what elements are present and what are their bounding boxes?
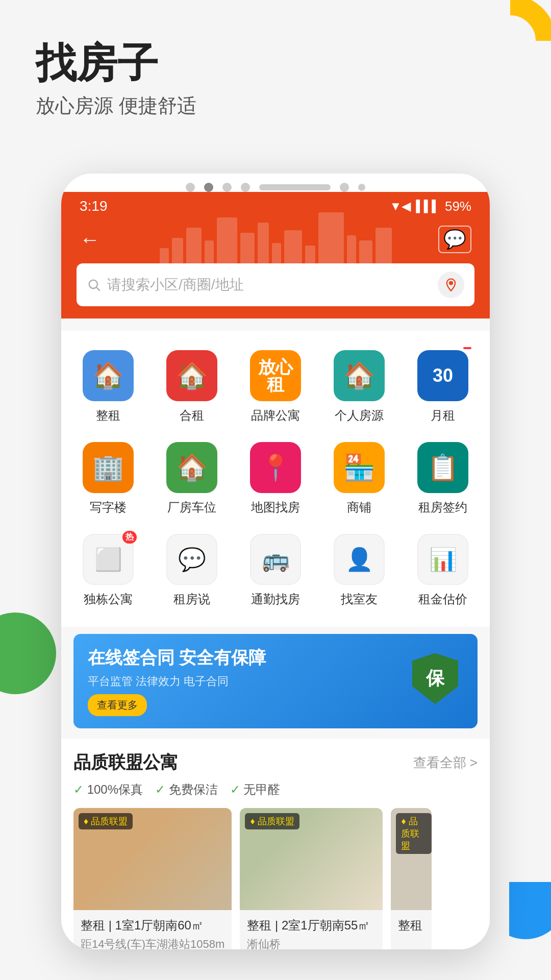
message-button[interactable]: 💬 [438, 226, 471, 253]
hot-badge: 热 [122, 531, 137, 544]
status-bar: 3:19 ▼◀ ▌▌▌ 59% [61, 192, 490, 220]
personal-icon: 🏠 [334, 350, 385, 401]
wifi-icon: ▼◀ [389, 199, 411, 213]
deco-bottom-right [485, 857, 551, 939]
property-type-0: 整租 | 1室1厅朝南60㎡ [81, 917, 224, 934]
category-office[interactable]: 🏢 写字楼 [66, 433, 150, 525]
category-grid-row1: 🏠 整租 🏠 合租 放心租 品牌公寓 🏠 [61, 331, 490, 627]
shop-label: 商铺 [347, 499, 371, 516]
monthly-label: 月租 [431, 407, 455, 424]
category-brand[interactable]: 放心租 品牌公寓 [234, 341, 317, 433]
banner-btn[interactable]: 查看更多 [88, 694, 147, 716]
estimate-label: 租金估价 [418, 591, 467, 607]
map-icon: 📍 [250, 442, 301, 493]
category-roommate[interactable]: 👤 找室友 [317, 525, 401, 617]
app-content: 🏠 整租 🏠 合租 放心租 品牌公寓 🏠 [61, 318, 490, 949]
rentstory-label: 租房说 [173, 591, 210, 607]
property-image-1: ♦ 品质联盟 [240, 808, 383, 910]
banner-subtitle: 平台监管 法律效力 电子合同 [88, 674, 266, 689]
banner[interactable]: 在线签合同 安全有保障 平台监管 法律效力 电子合同 查看更多 保 [73, 634, 478, 728]
roommate-icon: 👤 [334, 534, 385, 585]
villa-icon: ⬜ 热 [83, 534, 134, 585]
villa-label: 独栋公寓 [84, 591, 133, 607]
page-header: 找房子 放心房源 便捷舒适 [36, 41, 196, 119]
location-icon [444, 278, 458, 292]
dot1 [186, 183, 195, 192]
roommate-label: 找室友 [341, 591, 378, 607]
phone-top-decorations [61, 174, 490, 192]
quality-section: 品质联盟公寓 查看全部 > 100%保真 免费保洁 无甲醛 ♦ 品质联盟 [61, 739, 490, 949]
personal-label: 个人房源 [335, 407, 384, 424]
dot3 [222, 183, 232, 192]
hezi-icon: 🏠 [166, 350, 217, 401]
dot5 [340, 183, 349, 192]
section-header: 品质联盟公寓 查看全部 > [73, 751, 478, 774]
office-icon: 🏢 [83, 442, 134, 493]
property-desc-1: 淅仙桥 [247, 937, 375, 949]
category-hezi[interactable]: 🏠 合租 [150, 341, 234, 433]
property-card-0[interactable]: ♦ 品质联盟 整租 | 1室1厅朝南60㎡ 距14号线(车)车湖港站1058m [73, 808, 232, 949]
deco-left-mid [0, 612, 56, 694]
category-shop[interactable]: 🏪 商铺 [317, 433, 401, 525]
banner-text: 在线签合同 安全有保障 平台监管 法律效力 电子合同 查看更多 [88, 646, 266, 716]
shield-icon: 保 [412, 653, 463, 709]
section-title: 品质联盟公寓 [73, 751, 178, 774]
battery-level: 59% [445, 199, 471, 214]
dot4 [241, 183, 250, 192]
category-personal[interactable]: 🏠 个人房源 [317, 341, 401, 433]
quality-badge-0: ♦ 品质联盟 [79, 813, 133, 829]
quality-tag-1: 免费保洁 [155, 781, 218, 798]
svg-point-0 [89, 280, 97, 288]
brand-label: 品牌公寓 [251, 407, 300, 424]
contract-icon: 📋 [417, 442, 468, 493]
category-map[interactable]: 📍 地图找房 [234, 433, 317, 525]
quality-tag-0: 100%保真 [73, 781, 143, 798]
category-commute[interactable]: 🚌 通勤找房 [234, 525, 317, 617]
status-time: 3:19 [80, 198, 108, 214]
category-contract[interactable]: 📋 租房签约 [401, 433, 485, 525]
property-cards: ♦ 品质联盟 整租 | 1室1厅朝南60㎡ 距14号线(车)车湖港站1058m … [73, 808, 478, 949]
commute-label: 通勤找房 [251, 591, 300, 607]
factory-icon: 🏠 [166, 442, 217, 493]
property-card-1[interactable]: ♦ 品质联盟 整租 | 2室1厅朝南55㎡ 淅仙桥 [240, 808, 383, 949]
property-image-0: ♦ 品质联盟 [73, 808, 232, 910]
quality-badge-1: ♦ 品质联盟 [245, 813, 299, 829]
property-desc-0: 距14号线(车)车湖港站1058m [81, 937, 224, 949]
city-bg [61, 233, 490, 263]
office-label: 写字楼 [90, 499, 127, 516]
shop-icon: 🏪 [334, 442, 385, 493]
shield-label: 保 [426, 666, 444, 691]
category-estimate[interactable]: 📊 租金估价 [401, 525, 485, 617]
category-factory[interactable]: 🏠 厂房车位 [150, 433, 234, 525]
property-card-2[interactable]: ♦ 品质联盟 整租 [391, 808, 432, 949]
quality-tags: 100%保真 免费保洁 无甲醛 [73, 781, 478, 798]
section-link[interactable]: 查看全部 > [413, 754, 478, 772]
notch-bar [259, 184, 331, 190]
svg-line-1 [96, 287, 99, 290]
quality-badge-2: ♦ 品质联盟 [396, 813, 432, 854]
property-info-1: 整租 | 2室1厅朝南55㎡ 淅仙桥 [240, 910, 383, 949]
estimate-icon: 📊 [417, 534, 468, 585]
calendar-icon [463, 347, 471, 349]
hezi-label: 合租 [180, 407, 204, 424]
property-type-1: 整租 | 2室1厅朝南55㎡ [247, 917, 375, 934]
search-bar[interactable]: 请搜索小区/商圈/地址 [77, 263, 474, 306]
category-zhengzu[interactable]: 🏠 整租 [66, 341, 150, 433]
category-rentstory[interactable]: 💬 租房说 [150, 525, 234, 617]
banner-title: 在线签合同 安全有保障 [88, 646, 266, 670]
property-type-2: 整租 [398, 917, 424, 934]
search-placeholder[interactable]: 请搜索小区/商圈/地址 [107, 275, 432, 295]
rentstory-icon: 💬 [166, 534, 217, 585]
search-area: 请搜索小区/商圈/地址 [61, 263, 490, 318]
property-image-2: ♦ 品质联盟 [391, 808, 432, 910]
search-icon [87, 278, 101, 292]
property-info-0: 整租 | 1室1厅朝南60㎡ 距14号线(车)车湖港站1058m [73, 910, 232, 949]
page-subtitle: 放心房源 便捷舒适 [36, 93, 196, 119]
back-button[interactable]: ← [80, 228, 100, 251]
category-villa[interactable]: ⬜ 热 独栋公寓 [66, 525, 150, 617]
location-button[interactable] [438, 272, 464, 298]
deco-top-right [464, 0, 551, 87]
app-header: ← 💬 [61, 220, 490, 263]
category-monthly[interactable]: 30 月租 [401, 341, 485, 433]
property-info-2: 整租 [391, 910, 432, 944]
